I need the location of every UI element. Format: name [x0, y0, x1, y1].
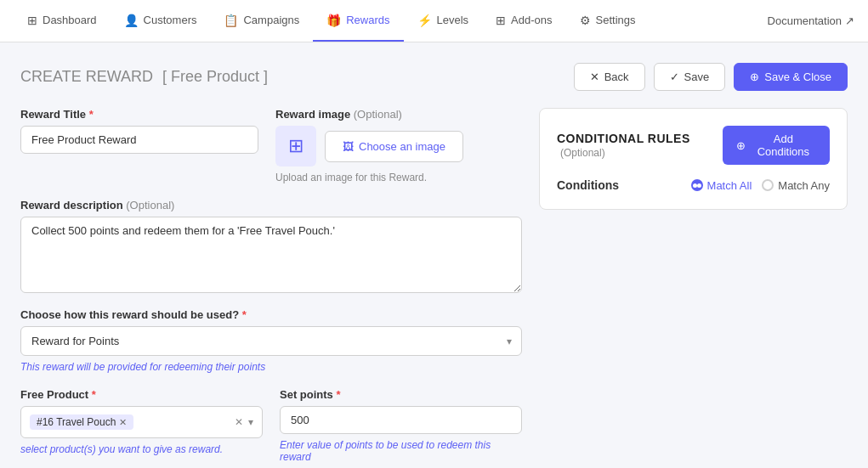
- reward-image-label: Reward image (Optional): [275, 108, 463, 121]
- reward-image-section: Reward image (Optional) ⊞ 🖼 Choose an im…: [275, 108, 463, 183]
- match-any-option[interactable]: Match Any: [762, 179, 830, 192]
- addons-nav-icon: ⊞: [496, 14, 506, 27]
- header-actions: ✕ Back ✓ Save ⊕ Save & Close: [574, 63, 848, 91]
- levels-nav-icon: ⚡: [417, 14, 432, 27]
- image-grid-icon: ⊞: [288, 135, 304, 157]
- back-icon: ✕: [590, 70, 599, 83]
- reward-usage-hint: This reward will be provided for redeemi…: [20, 361, 522, 373]
- set-points-group: Set points * Enter value of points to be…: [280, 388, 522, 463]
- nav-item-campaigns[interactable]: 📋Campaigns: [210, 0, 313, 42]
- reward-usage-select-wrapper: Reward for Points ▾: [20, 326, 522, 356]
- nav-item-rewards[interactable]: 🎁Rewards: [313, 0, 403, 42]
- conditional-rules-sidebar: CONDITIONAL RULES (Optional) ⊕ Add Condi…: [539, 108, 848, 463]
- reward-desc-group: Reward description (Optional): [20, 199, 522, 293]
- external-link-icon: ↗: [845, 14, 854, 27]
- set-points-label: Set points *: [280, 388, 522, 401]
- dashboard-nav-icon: ⊞: [27, 14, 37, 27]
- conditions-row: Conditions Match All Match Any: [557, 178, 830, 192]
- set-points-input[interactable]: [280, 406, 522, 434]
- main-layout: Reward Title * Reward image (Optional) ⊞: [20, 108, 848, 463]
- free-product-hint: select product(s) you want to give as re…: [20, 443, 263, 455]
- match-any-radio[interactable]: [762, 179, 774, 191]
- product-tag: #16 Travel Pouch ✕: [30, 414, 133, 430]
- nav-item-dashboard[interactable]: ⊞Dashboard: [14, 0, 111, 42]
- reward-desc-label: Reward description (Optional): [20, 199, 522, 211]
- settings-nav-icon: ⚙: [580, 14, 591, 27]
- add-conditions-button[interactable]: ⊕ Add Conditions: [723, 126, 830, 165]
- reward-title-group: Reward Title *: [20, 108, 258, 154]
- documentation-label: Documentation: [768, 14, 842, 27]
- page-title: CREATE REWARD [ Free Product ]: [20, 68, 268, 86]
- match-all-radio[interactable]: [691, 179, 703, 191]
- nav-item-addons[interactable]: ⊞Add-ons: [482, 0, 565, 42]
- reward-usage-label: Choose how this reward should be used? *: [20, 308, 522, 321]
- set-points-hint: Enter value of points to be used to rede…: [280, 439, 522, 463]
- cond-header: CONDITIONAL RULES (Optional) ⊕ Add Condi…: [557, 126, 830, 165]
- cond-title-group: CONDITIONAL RULES (Optional): [557, 132, 723, 159]
- tag-chevron-icon[interactable]: ▾: [248, 416, 253, 428]
- campaigns-nav-icon: 📋: [224, 14, 238, 27]
- form-area: Reward Title * Reward image (Optional) ⊞: [20, 108, 522, 463]
- free-product-group: Free Product * #16 Travel Pouch ✕ ✕ ▾ se…: [20, 388, 263, 463]
- header-row: CREATE REWARD [ Free Product ] ✕ Back ✓ …: [20, 63, 848, 91]
- reward-usage-select[interactable]: Reward for Points: [20, 326, 522, 356]
- reward-desc-textarea[interactable]: [20, 217, 522, 293]
- image-upload-row: ⊞ 🖼 Choose an image: [275, 126, 463, 166]
- choose-image-button[interactable]: 🖼 Choose an image: [325, 131, 463, 162]
- image-icon: 🖼: [343, 140, 354, 153]
- nav-item-levels[interactable]: ⚡Levels: [404, 0, 483, 42]
- documentation-link[interactable]: Documentation ↗: [768, 14, 854, 27]
- reward-usage-group: Choose how this reward should be used? *…: [20, 308, 522, 373]
- match-all-option[interactable]: Match All: [691, 179, 752, 192]
- reward-top-row: Reward Title * Reward image (Optional) ⊞: [20, 108, 522, 183]
- page: CREATE REWARD [ Free Product ] ✕ Back ✓ …: [0, 42, 868, 468]
- upload-hint: Upload an image for this Reward.: [275, 172, 463, 183]
- save-button[interactable]: ✓ Save: [654, 63, 726, 91]
- plus-icon: ⊕: [736, 139, 746, 152]
- nav-right: Documentation ↗: [768, 14, 854, 27]
- conditional-rules-card: CONDITIONAL RULES (Optional) ⊕ Add Condi…: [539, 108, 848, 210]
- save-close-button[interactable]: ⊕ Save & Close: [734, 63, 848, 91]
- tag-remove-button[interactable]: ✕: [119, 417, 127, 428]
- bottom-row: Free Product * #16 Travel Pouch ✕ ✕ ▾ se…: [20, 388, 522, 463]
- nav-item-customers[interactable]: 👤Customers: [111, 0, 211, 42]
- rewards-nav-icon: 🎁: [326, 14, 341, 27]
- conditions-label: Conditions: [557, 178, 619, 192]
- customers-nav-icon: 👤: [124, 14, 139, 27]
- back-button[interactable]: ✕ Back: [574, 63, 645, 91]
- reward-title-input[interactable]: [20, 126, 258, 154]
- save-close-icon: ⊕: [750, 70, 759, 83]
- image-placeholder: ⊞: [275, 126, 316, 166]
- free-product-input[interactable]: #16 Travel Pouch ✕ ✕ ▾: [20, 406, 263, 438]
- nav-bar: ⊞Dashboard👤Customers📋Campaigns🎁Rewards⚡L…: [0, 0, 868, 42]
- nav-item-settings[interactable]: ⚙Settings: [566, 0, 650, 42]
- tag-clear-button[interactable]: ✕: [235, 416, 243, 428]
- check-icon: ✓: [670, 70, 679, 83]
- reward-title-label: Reward Title *: [20, 108, 258, 121]
- match-options: Match All Match Any: [691, 179, 830, 192]
- free-product-label: Free Product *: [20, 388, 263, 401]
